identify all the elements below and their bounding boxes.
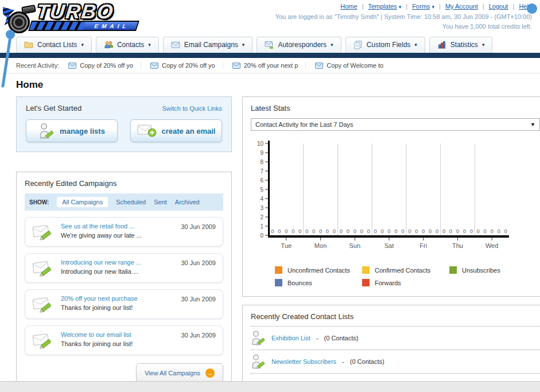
header-nav: Home | Templates ▾ | Forms ▾ | My Accoun… [275, 3, 532, 10]
campaign-card[interactable]: Introducing our new range ... Introducin… [25, 253, 223, 283]
svg-text:0: 0 [312, 228, 315, 234]
person-pencil-icon [251, 329, 266, 347]
tab-label: Contact Lists [37, 41, 77, 49]
contact-activity-chart: 012345678910Tue00000Mon00000Sun00000Sat0… [252, 139, 540, 263]
svg-text:0: 0 [422, 228, 425, 234]
tab-contact-lists[interactable]: Contact Lists ▾ [16, 37, 92, 53]
tab-autoresponders[interactable]: Autoresponders ▾ [257, 37, 341, 53]
people-icon [104, 40, 113, 49]
svg-text:0: 0 [285, 228, 288, 234]
recent-activity-item[interactable]: Copy of Welcome to [315, 62, 391, 69]
recent-activity-label: Recent Activity: [16, 62, 59, 69]
contact-list-link[interactable]: Newsletter Subscribers [271, 358, 336, 365]
selected-option-label: Contact Activity for the Last 7 Days [255, 121, 353, 128]
app-window: EMAIL TURBO Home | Templates ▾ | Forms ▾… [0, 0, 540, 392]
svg-text:10: 10 [257, 141, 264, 147]
recent-activity-item[interactable]: Copy of 20% off yo [150, 62, 223, 69]
nav-link-my-account[interactable]: My Account [445, 3, 478, 10]
svg-text:Fri: Fri [419, 242, 427, 249]
status-line-login: You are logged in as "Timothy Smith" | S… [275, 12, 532, 22]
svg-text:0: 0 [374, 228, 376, 234]
svg-text:0: 0 [347, 228, 349, 234]
stats-report-select[interactable]: Contact Activity for the Last 7 Days ▼ [251, 118, 540, 131]
campaign-title-link[interactable]: See us at the retail food ... [61, 223, 142, 230]
create-email-button[interactable]: create an email [130, 119, 222, 142]
campaign-title-link[interactable]: Introducing our new range ... [61, 259, 141, 266]
campaign-title-link[interactable]: Welcome to our email list [61, 331, 133, 338]
svg-text:0: 0 [477, 228, 480, 234]
svg-text:0: 0 [449, 228, 452, 234]
legend-item: Confirmed Contacts [362, 266, 449, 274]
svg-text:9: 9 [260, 150, 263, 156]
contact-list-link[interactable]: Exhibition List [271, 335, 310, 341]
svg-text:0: 0 [401, 228, 404, 234]
campaign-date: 30 Jun 2009 [181, 223, 216, 230]
legend-label: Unsubscribes [462, 267, 500, 274]
tab-email-campaigns[interactable]: Email Campaigns ▾ [163, 37, 253, 53]
contact-list-count: (0 Contacts) [324, 335, 359, 341]
select-arrow-icon: ▼ [530, 122, 535, 127]
campaign-subtitle: Thanks for joining our list! [61, 340, 133, 347]
nav-separator: | [483, 3, 484, 10]
campaign-date: 30 Jun 2009 [181, 259, 216, 266]
svg-text:6: 6 [260, 177, 263, 184]
svg-text:0: 0 [456, 228, 459, 234]
svg-text:0: 0 [415, 228, 418, 234]
svg-text:0: 0 [497, 228, 500, 234]
svg-text:Sun: Sun [349, 242, 360, 249]
latest-stats-panel: Latest Stats Contact Activity for the La… [242, 96, 540, 297]
tab-custom-fields[interactable]: Custom Fields ▾ [345, 37, 425, 53]
tab-label: Autoresponders [278, 41, 327, 49]
campaign-card[interactable]: 20% off your next purchase Thanks for jo… [25, 289, 223, 319]
campaign-card[interactable]: Welcome to our email list Thanks for joi… [25, 325, 223, 355]
svg-text:0: 0 [470, 228, 473, 234]
header-right: Home | Templates ▾ | Forms ▾ | My Accoun… [275, 3, 532, 32]
main-tab-bar: Contact Lists ▾ Contacts ▾ Email Campaig… [0, 36, 540, 53]
filter-scheduled[interactable]: Scheduled [116, 199, 146, 205]
legend-label: Bounces [288, 280, 312, 286]
nav-link-templates[interactable]: Templates [368, 3, 397, 10]
svg-text:8: 8 [260, 159, 263, 165]
svg-text:0: 0 [504, 228, 507, 234]
svg-text:0: 0 [271, 228, 274, 234]
tab-contacts[interactable]: Contacts ▾ [96, 37, 159, 53]
get-started-title: Let's Get Started [26, 104, 81, 112]
nav-link-home[interactable]: Home [340, 3, 357, 10]
envelope-pencil-icon [32, 223, 55, 241]
contact-lists-panel-title: Recently Created Contact Lists [251, 312, 540, 327]
tab-label: Contacts [117, 41, 144, 49]
campaign-card[interactable]: See us at the retail food ... We're givi… [25, 217, 223, 247]
svg-text:0: 0 [367, 228, 370, 234]
activity-item-label: Copy of 20% off yo [80, 62, 133, 69]
svg-text:0: 0 [408, 228, 411, 234]
logo-subtitle: EMAIL [94, 23, 131, 29]
activity-item-label: Copy of Welcome to [327, 62, 383, 69]
legend-label: Forwards [375, 280, 401, 286]
left-column: Let's Get Started Switch to Quick Links [16, 96, 232, 392]
svg-text:Wed: Wed [485, 242, 498, 249]
recent-activity-item[interactable]: Copy of 20% off yo [68, 62, 141, 69]
navy-divider-bar [0, 53, 540, 58]
nav-link-forms[interactable]: Forms [412, 3, 430, 10]
manage-lists-button[interactable]: manage lists [26, 119, 118, 142]
session-status: You are logged in as "Timothy Smith" | S… [275, 12, 532, 32]
filter-archived[interactable]: Archived [175, 199, 200, 205]
campaign-title-link[interactable]: 20% off your next purchase [61, 295, 138, 302]
get-started-panel: Let's Get Started Switch to Quick Links [16, 96, 232, 152]
contact-list-count: (0 Contacts) [350, 358, 384, 365]
svg-text:0: 0 [298, 228, 301, 234]
chevron-down-icon: ▾ [148, 42, 151, 48]
svg-text:0: 0 [278, 228, 281, 234]
tab-statistics[interactable]: Statistics ▾ [429, 37, 493, 53]
legend-item: Unconfirmed Contacts [275, 266, 362, 274]
svg-text:Mon: Mon [314, 242, 327, 249]
filter-all-campaigns[interactable]: All Campaigns [57, 197, 108, 207]
nav-link-logout[interactable]: Logout [489, 3, 508, 10]
chevron-down-icon: ▾ [81, 42, 84, 48]
recent-activity-item[interactable]: 20% off your next p [232, 62, 306, 69]
view-all-campaigns-button[interactable]: View All Campaigns → [136, 363, 223, 383]
switch-quick-links-link[interactable]: Switch to Quick Links [162, 105, 222, 112]
help-bubble-icon[interactable] [527, 3, 537, 14]
chevron-down-icon: ▾ [482, 42, 485, 48]
filter-sent[interactable]: Sent [154, 199, 167, 205]
